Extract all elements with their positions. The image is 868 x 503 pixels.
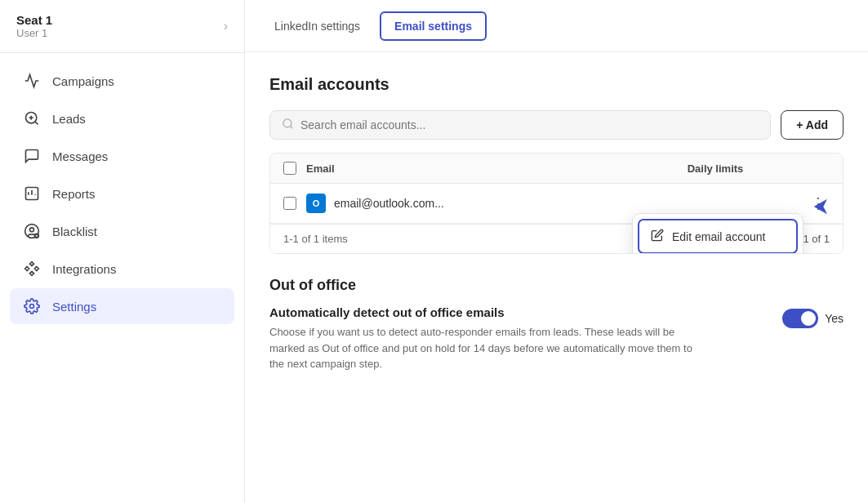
toggle-thumb <box>801 311 816 326</box>
edit-email-account-label: Edit email account <box>672 230 765 243</box>
sidebar-user[interactable]: Seat 1 User 1 › <box>0 0 244 53</box>
sidebar-item-messages-label: Messages <box>52 149 108 163</box>
sidebar-item-leads[interactable]: Leads <box>10 100 234 136</box>
chevron-right-icon: › <box>224 19 228 33</box>
tab-bar: LinkedIn settings Email settings <box>245 0 868 52</box>
user-name: Seat 1 <box>16 13 52 27</box>
content-area: Email accounts + Add Email Daily limits <box>245 52 868 503</box>
tab-linkedin[interactable]: LinkedIn settings <box>261 13 373 39</box>
messages-icon <box>23 148 41 164</box>
add-button[interactable]: + Add <box>781 110 844 140</box>
oof-description: Choose if you want us to detect auto-res… <box>269 324 694 372</box>
email-address: email@outlook.com... <box>334 197 444 210</box>
user-sub: User 1 <box>16 27 52 39</box>
dropdown-menu: Edit email account Delete email account <box>632 213 803 254</box>
table-header-email: Email <box>306 162 624 175</box>
row-checkbox[interactable] <box>283 197 296 210</box>
integrations-icon <box>23 260 41 277</box>
sidebar-item-leads-label: Leads <box>52 112 86 126</box>
campaigns-icon <box>23 73 41 89</box>
reports-icon <box>23 185 41 202</box>
sidebar-item-integrations[interactable]: Integrations <box>10 251 234 287</box>
search-input[interactable] <box>300 118 759 131</box>
sidebar-item-messages[interactable]: Messages <box>10 138 234 174</box>
email-cell: O email@outlook.com... <box>306 194 624 213</box>
email-table: Email Daily limits O email@outlook.com..… <box>269 153 844 254</box>
sidebar-item-reports-label: Reports <box>52 187 96 201</box>
toggle-label: Yes <box>825 312 844 325</box>
oof-label: Automatically detect out of office email… <box>269 305 766 319</box>
tab-email-settings[interactable]: Email settings <box>380 11 487 41</box>
table-header-daily-limits: Daily limits <box>634 162 797 175</box>
sidebar-item-integrations-label: Integrations <box>52 262 116 276</box>
oof-left: Automatically detect out of office email… <box>269 305 766 372</box>
svg-point-7 <box>283 119 292 127</box>
svg-point-6 <box>30 305 34 309</box>
sidebar-item-settings-label: Settings <box>52 300 96 314</box>
edit-icon <box>651 229 664 244</box>
oof-title: Out of office <box>269 277 844 294</box>
edit-email-account-button[interactable]: Edit email account <box>638 219 798 254</box>
select-all-checkbox[interactable] <box>283 162 296 175</box>
search-add-row: + Add <box>269 110 844 140</box>
leads-icon <box>23 110 41 127</box>
table-header: Email Daily limits <box>270 154 843 184</box>
section-title: Email accounts <box>269 75 844 94</box>
sidebar-nav: Campaigns Leads Messages <box>0 53 244 503</box>
settings-icon <box>23 298 41 314</box>
oof-toggle: Yes <box>782 309 844 328</box>
main-content: LinkedIn settings Email settings Email a… <box>245 0 868 503</box>
svg-point-3 <box>30 228 34 232</box>
arrow-pointer-icon <box>810 195 833 222</box>
oof-row: Automatically detect out of office email… <box>269 305 844 372</box>
sidebar-item-campaigns-label: Campaigns <box>52 74 114 88</box>
sidebar-item-campaigns[interactable]: Campaigns <box>10 63 234 99</box>
out-of-office-section: Out of office Automatically detect out o… <box>269 277 844 372</box>
sidebar-item-blacklist[interactable]: Blacklist <box>10 213 234 249</box>
toggle-switch[interactable] <box>782 309 818 328</box>
sidebar-item-blacklist-label: Blacklist <box>52 225 97 238</box>
sidebar-item-reports[interactable]: Reports <box>10 176 234 211</box>
sidebar: Seat 1 User 1 › Campaigns Leads <box>0 0 245 503</box>
pagination-count: 1-1 of 1 items <box>283 233 348 245</box>
search-icon <box>282 118 294 132</box>
blacklist-icon <box>23 223 41 239</box>
outlook-icon: O <box>306 194 326 213</box>
table-row: O email@outlook.com... ⋮ <box>270 184 843 224</box>
search-box <box>269 110 771 140</box>
user-info: Seat 1 User 1 <box>16 13 52 39</box>
sidebar-item-settings[interactable]: Settings <box>10 288 234 324</box>
